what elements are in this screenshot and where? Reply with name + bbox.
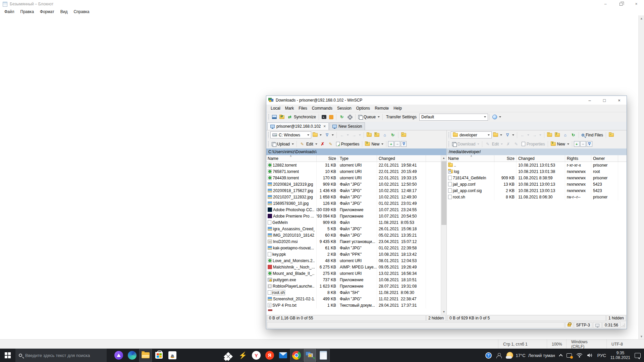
scroll-up-icon[interactable]: ▲ [441,155,446,161]
remote-filter-toggle-button[interactable]: ∇ [587,141,592,147]
column-header-type[interactable]: Type [338,155,377,162]
winscp-menu-item[interactable]: Local [268,105,283,112]
notepad-menu-item[interactable]: Формат [37,8,57,15]
queue-button[interactable]: Queue [357,114,381,120]
local-track-folder-button[interactable]: ⌐ [400,132,408,137]
taskbar-app-explorer[interactable] [139,349,152,362]
notepad-restore-button[interactable] [613,0,629,8]
taskbar-app-amazon[interactable]: a [166,349,179,362]
local-unselect-button[interactable]: − [394,141,400,147]
table-row[interactable]: Love_and_Monsters.2... 48 KB utorrent UR… [266,257,446,264]
table-row[interactable]: jail_app.conf 13 KB 10.08.2021 13:00:13 … [447,181,627,187]
console-session-cell[interactable] [593,322,602,328]
remote-refresh-button[interactable]: ↻ [569,132,577,138]
local-forward-button[interactable]: → [350,132,362,138]
notepad-close-button[interactable]: × [629,0,644,8]
local-back-button[interactable]: ← [338,132,350,138]
winscp-menu-item[interactable]: Files [296,105,309,112]
start-button[interactable] [0,349,15,362]
session-tab-active[interactable]: prisoner@192.168.0.102 × [267,122,329,130]
table-row[interactable]: jail_app.conf.sig 2 KB 10.08.2021 13:00:… [447,187,627,194]
taskbar-app-alice[interactable] [112,349,125,362]
synchronize-button[interactable]: ⇄Synchronize [286,114,317,120]
table-row[interactable]: igra_Assassins_Creed_... 5 KB Файл "JPG"… [266,226,446,232]
taskbar-app-yandex-browser[interactable]: Y [250,349,263,362]
table-row[interactable]: key.ppk 2 KB Файл "PPK" 10.08.2021 18:13… [266,251,446,257]
winscp-maximize-button[interactable]: □ [597,96,612,105]
column-header-rights[interactable]: Rights [565,155,591,162]
taskbar-app-mail[interactable] [276,349,290,362]
column-header-changed[interactable]: Changed [377,155,426,162]
scroll-down-icon[interactable]: ▼ [441,309,447,315]
language-indicator[interactable]: РУС [597,353,606,358]
refresh-button[interactable]: ↻ [338,114,346,120]
table-row[interactable]: 20210207_112832.jpg 1 658 KB Файл "JPG" … [266,194,446,200]
taskbar-app-store[interactable] [152,349,166,362]
device-tray-icon[interactable] [567,353,572,358]
column-header-owner[interactable]: Owner [591,155,618,162]
taskbar-app-dropbox[interactable] [223,349,236,362]
local-select-button[interactable]: + [388,141,394,147]
table-row[interactable]: IMG_20201010_18142... 60 KB Файл "JPG" 0… [266,232,446,238]
remote-properties-button[interactable]: Properties [520,141,546,147]
remote-unselect-button[interactable]: − [580,141,586,147]
notepad-menu-item[interactable]: Справка [70,8,92,15]
taskbar-app-winscp[interactable] [304,349,316,362]
table-row[interactable]: kak-poetapno-risovat... 61 KB Файл "JPG"… [266,245,446,251]
remote-delete-button[interactable]: ✗ [504,141,512,147]
local-path-bar[interactable]: C:\Users\nimiz\Downloads\ [266,148,446,155]
table-row[interactable]: InsD2020.msi 9 435 KB Пакет установщи...… [266,238,446,245]
notepad-scrollbar[interactable]: ▲ ▼ [638,15,644,339]
table-row[interactable]: GetMeIn 909 KB Файл 11.08.2021 8:05:53 [266,219,446,226]
wifi-icon[interactable] [576,353,583,358]
local-list-scrollbar[interactable]: ▲ ▼ [441,155,446,315]
scroll-up-icon[interactable]: ▲ [639,15,644,21]
table-row[interactable]: Screenshot_2021-02-1... 499 KB Файл "JPG… [266,296,446,302]
remote-forward-button[interactable]: → [531,132,543,138]
transfer-options-button[interactable] [491,114,502,120]
tray-overflow-chevron-icon[interactable] [559,354,562,358]
table-row[interactable]: root.sh 8 KB Файл "SH" 11.08.2021 8:06:3… [266,289,446,296]
remote-hidden-count[interactable]: 1 hidden [606,315,626,321]
local-home-directory-button[interactable]: ⌂ [381,132,389,138]
taskbar-app-yandex[interactable]: Я [263,349,276,362]
upload-button[interactable]: Upload [270,141,295,147]
table-row[interactable]: Malchishnik_-_Noch_... 6 275 KB AIMP: MP… [266,264,446,270]
people-tray-icon[interactable] [496,353,502,358]
notepad-menu-item[interactable]: Файл [1,8,17,15]
remote-home-directory-button[interactable]: ⌂ [561,132,569,138]
remote-root-directory-button[interactable]: / [553,132,561,137]
partial-table-row[interactable] [266,308,446,311]
weather-widget[interactable]: 17°C Легкий туман [506,352,555,359]
synchronize-browsing-button[interactable]: ⇄ [278,115,286,120]
remote-parent-directory-button[interactable]: ↑ [546,132,553,137]
local-delete-button[interactable]: ✗ [319,141,327,147]
remote-directory-select[interactable]: developer [451,131,492,138]
local-drive-select[interactable]: C: Windows [270,131,311,138]
taskbar-search-input[interactable]: Введите здесь текст для поиска [15,349,107,362]
table-row[interactable]: puttygen.exe 737 KB Приложение 10.08.202… [266,277,446,283]
local-filter-button[interactable]: ∇ [323,132,335,138]
find-files-button[interactable]: Find Files [580,132,604,138]
new-session-tab[interactable]: New Session [329,122,365,130]
taskbar-app-edge[interactable] [125,349,139,362]
session-duration-cell[interactable]: 0:31:56 [602,322,621,328]
winscp-menu-item[interactable]: Help [391,105,404,112]
volume-icon[interactable] [587,353,593,358]
remote-path-bar[interactable]: /media/developer/ [447,148,627,155]
local-root-directory-button[interactable]: \ [373,132,381,137]
show-queue-button[interactable] [271,114,278,120]
table-row[interactable]: log 10.08.2021 13:01:38 rwxrwxrwx root [447,168,627,175]
local-parent-directory-button[interactable]: ↑ [365,132,373,137]
notepad-menu-item[interactable]: Вид [57,8,71,15]
scrollbar-thumb[interactable] [441,161,446,225]
table-row[interactable]: Mount_and_Blade_II_... 275 KB utorrent U… [266,270,446,277]
remote-open-directory-button[interactable] [492,132,503,137]
local-filter-toggle-button[interactable]: ∇ [401,141,407,147]
winscp-menu-item[interactable]: Options [354,105,372,112]
table-row[interactable]: 12882.torrent 31 KB utorrent URI 22.01.2… [266,162,446,168]
notepad-menu-item[interactable]: Правка [17,8,37,15]
remote-edit-button[interactable]: ✎Edit [484,141,504,147]
local-properties-button[interactable]: ✓Properties [335,141,361,147]
winscp-menu-item[interactable]: Remote [372,105,391,112]
